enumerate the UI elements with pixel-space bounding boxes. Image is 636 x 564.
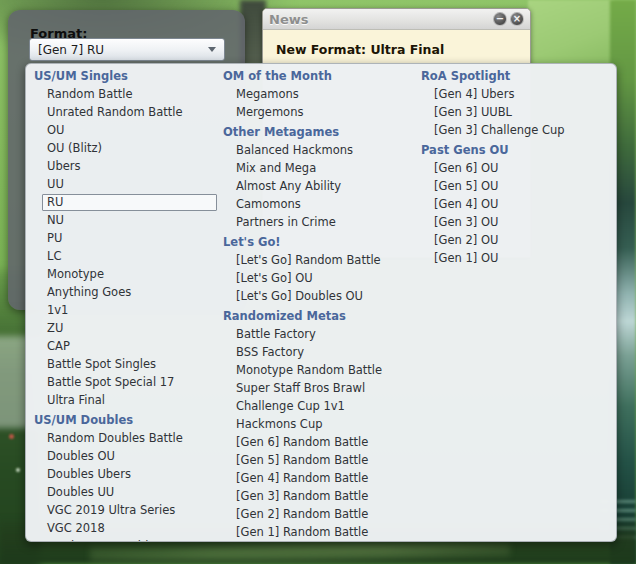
format-group-header: Past Gens OU xyxy=(420,142,616,159)
format-option[interactable]: Mix and Mega xyxy=(231,160,414,177)
background-light-dot xyxy=(16,468,20,472)
format-option[interactable]: Battle Spot Doubles xyxy=(42,538,217,542)
format-option[interactable]: Anything Goes xyxy=(42,284,217,301)
minimize-icon[interactable]: − xyxy=(493,12,507,26)
news-titlebar[interactable]: News − × xyxy=(263,9,530,30)
format-option[interactable]: Ubers xyxy=(42,158,217,175)
format-option[interactable]: OU xyxy=(42,122,217,139)
format-option[interactable]: Mergemons xyxy=(231,104,414,121)
format-option[interactable]: [Gen 3] Challenge Cup xyxy=(429,122,616,139)
format-select[interactable]: [Gen 7] RU xyxy=(29,38,225,61)
format-option[interactable]: Battle Spot Special 17 xyxy=(42,374,217,391)
format-option[interactable]: Monotype Random Battle xyxy=(231,362,414,379)
format-option[interactable]: Camomons xyxy=(231,196,414,213)
format-option[interactable]: [Gen 5] Random Battle xyxy=(231,452,414,469)
dropdown-column-2: OM of the MonthMegamonsMergemonsOther Me… xyxy=(222,68,414,542)
format-dropdown-menu: US/UM SinglesRandom BattleUnrated Random… xyxy=(25,63,617,542)
format-option[interactable]: NU xyxy=(42,212,217,229)
format-option[interactable]: Battle Spot Singles xyxy=(42,356,217,373)
format-option[interactable]: [Gen 2] Random Battle xyxy=(231,506,414,523)
close-icon[interactable]: × xyxy=(510,12,524,26)
background-foliage-top-right xyxy=(528,0,614,66)
format-option[interactable]: [Gen 4] Ubers xyxy=(429,86,616,103)
format-option[interactable]: [Gen 3] OU xyxy=(429,214,616,231)
format-option[interactable]: RU xyxy=(42,194,217,211)
dropdown-column-3: RoA Spotlight[Gen 4] Ubers[Gen 3] UUBL[G… xyxy=(420,68,616,268)
format-group-header: Randomized Metas xyxy=(222,308,414,325)
format-option[interactable]: Balanced Hackmons xyxy=(231,142,414,159)
format-group-header: Other Metagames xyxy=(222,124,414,141)
format-option[interactable]: Doubles Ubers xyxy=(42,466,217,483)
format-option[interactable]: Ultra Final xyxy=(42,392,217,409)
format-option[interactable]: [Gen 3] UUBL xyxy=(429,104,616,121)
format-option[interactable]: Challenge Cup 1v1 xyxy=(231,398,414,415)
format-option[interactable]: Doubles OU xyxy=(42,448,217,465)
background-berry-dot xyxy=(9,434,14,439)
format-option[interactable]: Almost Any Ability xyxy=(231,178,414,195)
format-option[interactable]: Super Staff Bros Brawl xyxy=(231,380,414,397)
format-option[interactable]: [Gen 6] Random Battle xyxy=(231,434,414,451)
format-group-header: US/UM Doubles xyxy=(33,412,217,429)
format-option[interactable]: Random Battle xyxy=(42,86,217,103)
background-moss xyxy=(90,540,510,564)
format-option[interactable]: 1v1 xyxy=(42,302,217,319)
format-group-header: Let's Go! xyxy=(222,234,414,251)
format-group-header: OM of the Month xyxy=(222,68,414,85)
format-option[interactable]: ZU xyxy=(42,320,217,337)
format-option[interactable]: VGC 2019 Ultra Series xyxy=(42,502,217,519)
format-group-header: US/UM Singles xyxy=(33,68,217,85)
format-option[interactable]: Hackmons Cup xyxy=(231,416,414,433)
format-option[interactable]: Battle Factory xyxy=(231,326,414,343)
dropdown-column-1: US/UM SinglesRandom BattleUnrated Random… xyxy=(33,68,217,542)
format-option[interactable]: [Gen 4] OU xyxy=(429,196,616,213)
format-option[interactable]: BSS Factory xyxy=(231,344,414,361)
format-option[interactable]: [Gen 3] Random Battle xyxy=(231,488,414,505)
format-option[interactable]: [Gen 2] OU xyxy=(429,232,616,249)
format-option[interactable]: [Gen 1] Random Battle xyxy=(231,524,414,541)
format-group-header: RoA Spotlight xyxy=(420,68,616,85)
news-headline: New Format: Ultra Final xyxy=(276,42,444,57)
format-option[interactable]: Doubles UU xyxy=(42,484,217,501)
format-option[interactable]: UU xyxy=(42,176,217,193)
format-option[interactable]: [Gen 6] OU xyxy=(429,160,616,177)
format-option[interactable]: [Let's Go] Random Battle xyxy=(231,252,414,269)
format-option[interactable]: Unrated Random Battle xyxy=(42,104,217,121)
format-option[interactable]: Monotype xyxy=(42,266,217,283)
format-option[interactable]: [Gen 4] Random Battle xyxy=(231,470,414,487)
format-option[interactable]: [Gen 1] OU xyxy=(429,250,616,267)
format-option[interactable]: LC xyxy=(42,248,217,265)
chevron-down-icon xyxy=(208,47,216,52)
format-option[interactable]: Partners in Crime xyxy=(231,214,414,231)
format-option[interactable]: [Let's Go] Doubles OU xyxy=(231,288,414,305)
format-option[interactable]: OU (Blitz) xyxy=(42,140,217,157)
format-option[interactable]: Random Doubles Battle xyxy=(42,430,217,447)
format-select-value: [Gen 7] RU xyxy=(38,43,208,57)
format-option[interactable]: CAP xyxy=(42,338,217,355)
format-option[interactable]: VGC 2018 xyxy=(42,520,217,537)
format-option[interactable]: Megamons xyxy=(231,86,414,103)
format-option[interactable]: PU xyxy=(42,230,217,247)
format-option[interactable]: [Gen 5] OU xyxy=(429,178,616,195)
news-title: News xyxy=(269,12,490,27)
format-option[interactable]: [Let's Go] OU xyxy=(231,270,414,287)
